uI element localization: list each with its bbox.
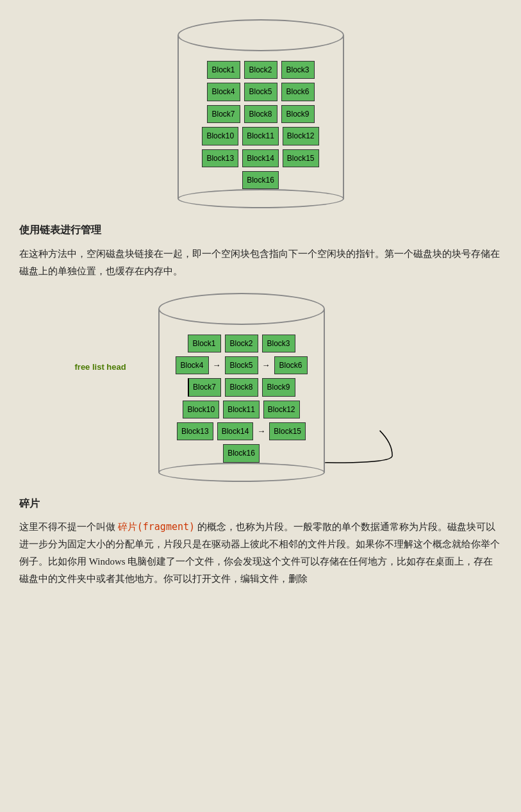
section1: 使用链表进行管理 在这种方法中，空闲磁盘块链接在一起，即一个空闲块包含指向下一个…	[19, 221, 502, 279]
d2-block1: Block1	[188, 335, 221, 352]
section2-text: 这里不得不提一个叫做 碎片(fragment) 的概念，也称为片段。一般零散的单…	[19, 518, 502, 588]
block-row-2: Block4 Block5 Block6	[207, 83, 315, 101]
d2-block-row-4: Block10 Block11 Block12	[183, 401, 299, 418]
d2-block6: Block6	[274, 356, 308, 374]
section2-title: 碎片	[19, 495, 502, 512]
d2-block-row-6: Block16	[223, 444, 260, 462]
block14: Block14	[242, 149, 279, 167]
block-row-4: Block10 Block11 Block12	[202, 127, 318, 145]
arrow-14-15: →	[257, 424, 265, 438]
d2-block11: Block11	[223, 401, 260, 418]
block9: Block9	[281, 105, 315, 123]
d2-block3: Block3	[262, 335, 295, 352]
block-grid-2: Block1 Block2 Block3 Block4 → Block5 → B…	[169, 315, 314, 463]
d2-block5: Block5	[225, 356, 258, 374]
d2-block-row-5: Block13 Block14 → Block15	[177, 422, 306, 440]
free-list-label: free list head	[75, 360, 126, 374]
block8: Block8	[244, 105, 277, 123]
diagram2-cylinder-wrapper: Block1 Block2 Block3 Block4 → Block5 → B…	[158, 293, 453, 482]
d2-block8: Block8	[225, 378, 258, 396]
d2-block4: Block4	[176, 356, 209, 374]
d2-block2: Block2	[225, 335, 258, 352]
block16: Block16	[242, 171, 279, 189]
cylinder1-body: Block1 Block2 Block3 Block4 Block5 Block…	[178, 35, 344, 199]
arrow-5-6: →	[262, 358, 270, 372]
section2-text-before: 这里不得不提一个叫做	[19, 522, 118, 532]
block-grid-1: Block1 Block2 Block3 Block4 Block5 Block…	[188, 42, 333, 189]
block13: Block13	[202, 149, 238, 167]
diagram1-section: Block1 Block2 Block3 Block4 Block5 Block…	[19, 19, 502, 208]
arrow-4-5: →	[213, 358, 221, 372]
block3: Block3	[281, 61, 315, 79]
block-row-6: Block16	[242, 171, 279, 189]
section1-text: 在这种方法中，空闲磁盘块链接在一起，即一个空闲块包含指向下一个空闲块的指针。第一…	[19, 245, 502, 280]
cylinder2-body: Block1 Block2 Block3 Block4 → Block5 → B…	[158, 309, 325, 472]
section2-highlight: 碎片(fragment)	[118, 521, 195, 533]
cylinder2-top	[158, 293, 325, 325]
d2-block-row-3: Block7 Block8 Block9	[188, 378, 295, 396]
diagram1-wrapper: Block1 Block2 Block3 Block4 Block5 Block…	[81, 19, 440, 208]
section2: 碎片 这里不得不提一个叫做 碎片(fragment) 的概念，也称为片段。一般零…	[19, 495, 502, 588]
block1: Block1	[207, 61, 240, 79]
d2-block-row-2: Block4 → Block5 → Block6	[176, 356, 308, 374]
cylinder1: Block1 Block2 Block3 Block4 Block5 Block…	[178, 19, 344, 208]
cylinder2: Block1 Block2 Block3 Block4 → Block5 → B…	[158, 293, 325, 482]
block-row-1: Block1 Block2 Block3	[207, 61, 315, 79]
d2-block14: Block14	[217, 422, 254, 440]
block12: Block12	[283, 127, 319, 145]
diagram2-container: free list head	[69, 293, 453, 482]
block6: Block6	[281, 83, 315, 101]
d2-block12: Block12	[263, 401, 300, 418]
block7: Block7	[207, 105, 240, 123]
d2-block10: Block10	[183, 401, 219, 418]
cylinder2-bottom	[158, 463, 325, 482]
d2-block15: Block15	[269, 422, 306, 440]
block5: Block5	[244, 83, 277, 101]
block-row-3: Block7 Block8 Block9	[207, 105, 315, 123]
block11: Block11	[242, 127, 279, 145]
block10: Block10	[202, 127, 238, 145]
diagram2-section: free list head	[19, 293, 502, 482]
d2-block13: Block13	[177, 422, 213, 440]
cylinder1-top	[178, 19, 344, 51]
cylinder1-bottom	[178, 189, 344, 208]
block-row-5: Block13 Block14 Block15	[202, 149, 318, 167]
block15: Block15	[283, 149, 319, 167]
d2-block7: Block7	[188, 378, 221, 396]
d2-block-row-1: Block1 Block2 Block3	[188, 335, 295, 352]
section1-title: 使用链表进行管理	[19, 221, 502, 238]
block2: Block2	[244, 61, 277, 79]
d2-block9: Block9	[262, 378, 295, 396]
block4: Block4	[207, 83, 240, 101]
d2-block16: Block16	[223, 444, 260, 462]
